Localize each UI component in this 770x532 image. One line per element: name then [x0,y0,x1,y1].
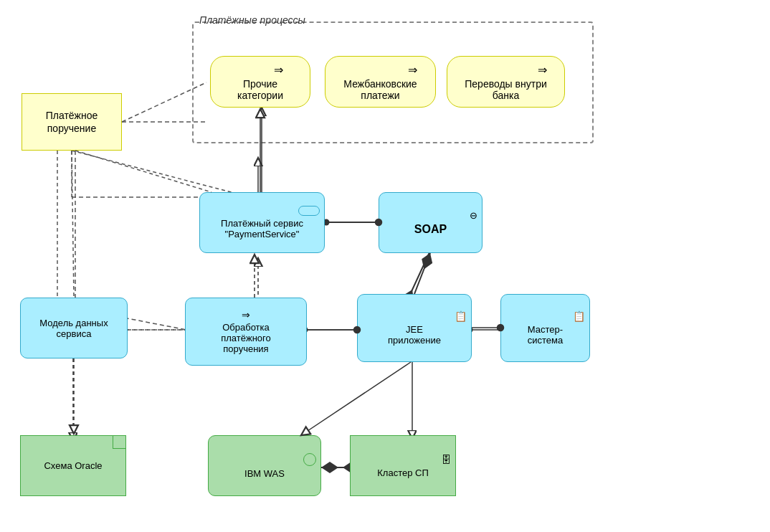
node-soap: ⊖ SOAP [379,192,483,253]
node-other-categories: ⇒ Прочиекатегории [210,56,310,108]
node-processing: ⇒ Обработкаплатёжногопоручения [185,298,307,366]
svg-line-19 [72,151,237,194]
node-intrabank: ⇒ Переводы внутрибанка [447,56,565,108]
node-data-model: Модель данныхсервиса [20,298,128,358]
node-payment-service: Платёжный сервис"PaymentService" [199,192,325,253]
svg-line-10 [409,251,430,298]
node-interbank: ⇒ Межбанковскиеплатежи [325,56,436,108]
node-oracle-schema: Схема Oracle [20,435,126,496]
node-master-system: 📋 Мастер-система [500,294,590,362]
node-jee: 📋 JEEприложение [357,294,472,362]
node-cluster: 🗄 Кластер СП [350,435,456,496]
diagram-container: Платёжные процессы [0,0,770,532]
node-payment-order: Платёжное поручение [22,93,122,151]
node-ibm-was: IBM WAS [208,435,321,496]
